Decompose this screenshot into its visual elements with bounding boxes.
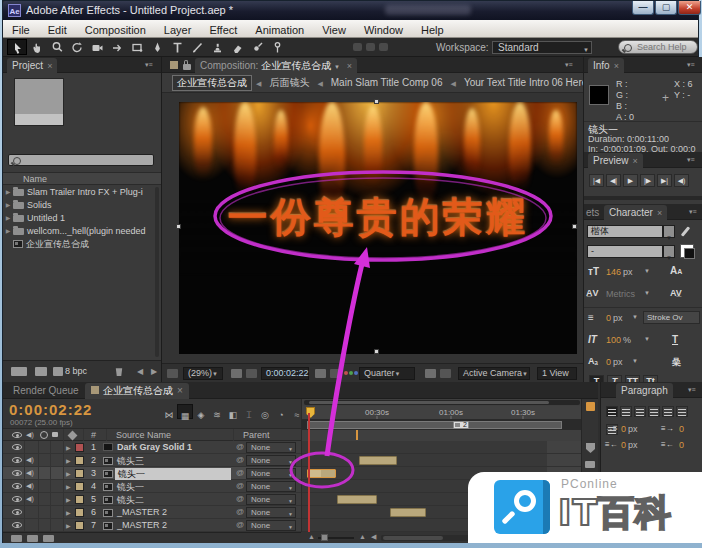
lock-icon[interactable]: [183, 64, 191, 70]
selection-handle[interactable]: [374, 349, 379, 354]
eye-icon[interactable]: [12, 509, 22, 515]
layer-name[interactable]: _MASTER 2: [117, 520, 167, 530]
faux-style-3[interactable]: Tt: [643, 375, 658, 382]
trash-icon[interactable]: [115, 367, 123, 376]
tracking-value[interactable]: Metrics: [606, 289, 635, 299]
menu-item-window[interactable]: Window: [355, 22, 412, 39]
rect-mask-tool[interactable]: [127, 39, 147, 56]
layer-name[interactable]: Dark Gray Solid 1: [117, 442, 192, 452]
tab-character[interactable]: Character×: [604, 205, 667, 220]
panel-menu-icon[interactable]: ▾≡: [688, 386, 700, 394]
comp-marker-bin-icon[interactable]: [586, 402, 595, 411]
twirl-icon[interactable]: ▶: [66, 444, 71, 451]
menu-item-edit[interactable]: Edit: [39, 22, 76, 39]
chevron-down-icon[interactable]: ▼: [632, 314, 638, 320]
cti-line[interactable]: [308, 413, 310, 532]
search-input[interactable]: [635, 41, 699, 53]
safe-margins-icon[interactable]: [246, 369, 257, 378]
selection-handle[interactable]: [374, 99, 379, 104]
current-timecode[interactable]: 0:00:02:22: [9, 401, 92, 418]
layer-name[interactable]: _MASTER 2: [117, 507, 167, 517]
timeline-tool-7[interactable]: ◔: [273, 404, 289, 419]
zoom-out-icon[interactable]: ▲: [308, 533, 315, 540]
panel-menu-icon[interactable]: ▾≡: [687, 156, 699, 164]
menu-item-view[interactable]: View: [313, 22, 355, 39]
search-help-box[interactable]: [618, 40, 698, 54]
resolution-dropdown[interactable]: Quarter▼: [359, 367, 415, 380]
col-source-name[interactable]: Source Name: [116, 430, 171, 440]
align-button-3[interactable]: [648, 406, 660, 417]
parent-pickwhip-icon[interactable]: @: [236, 494, 244, 503]
tab-render-queue[interactable]: Render Queue: [13, 385, 79, 396]
breadcrumb-item[interactable]: 后面镜头: [265, 73, 313, 92]
comp-timecode[interactable]: 0:00:02:22: [261, 367, 309, 380]
vertical-scale-value[interactable]: 100%: [606, 335, 631, 345]
chevron-down-icon[interactable]: ▼: [632, 358, 638, 364]
eye-icon[interactable]: [12, 444, 22, 450]
menu-item-composition[interactable]: Composition: [76, 22, 155, 39]
font-size-value[interactable]: 146px: [606, 267, 633, 277]
eye-icon[interactable]: [12, 457, 22, 463]
transport-button-4[interactable]: ▶|: [657, 174, 672, 187]
next-panel-icon[interactable]: ▶: [151, 367, 157, 376]
label-swatch[interactable]: [75, 495, 84, 504]
project-scrollbar[interactable]: [155, 187, 159, 357]
faux-style-1[interactable]: T: [607, 375, 622, 382]
parent-pickwhip-icon[interactable]: @: [236, 468, 244, 477]
zoom-slider-handle[interactable]: [321, 534, 328, 541]
time-ruler[interactable]: 00:30s01:00s01:30s: [302, 406, 582, 420]
layer-duration-bar[interactable]: [307, 469, 336, 478]
interpret-footage-icon[interactable]: [11, 367, 27, 376]
layer-duration-bar[interactable]: [390, 508, 426, 517]
grid-options-icon[interactable]: [167, 369, 178, 378]
eye-icon[interactable]: [12, 522, 22, 528]
transport-button-3[interactable]: |▶: [640, 174, 655, 187]
work-area-bar[interactable]: [307, 421, 562, 429]
menu-item-help[interactable]: Help: [412, 22, 453, 39]
twirl-icon[interactable]: ▶: [3, 225, 13, 238]
project-item[interactable]: ▶Untitled 1: [3, 212, 161, 225]
unified-camera-tool[interactable]: [87, 39, 107, 56]
breadcrumb-item[interactable]: Your Text Title Intro 06 Here: [460, 73, 583, 92]
type-tool[interactable]: [167, 39, 187, 56]
show-snapshot-icon[interactable]: [330, 369, 341, 378]
brush-tool[interactable]: [187, 39, 207, 56]
table-row[interactable]: ▶6_MASTER 2@None▼: [3, 506, 301, 519]
parent-dropdown[interactable]: None▼: [246, 520, 296, 531]
align-button-5[interactable]: [676, 406, 688, 417]
chevron-down-icon[interactable]: ▼: [334, 64, 340, 70]
layer-duration-bar[interactable]: [337, 495, 377, 504]
panel-menu-icon[interactable]: ▾≡: [689, 208, 701, 216]
twirl-icon[interactable]: ▶: [66, 509, 71, 516]
transport-button-0[interactable]: |◀: [589, 174, 604, 187]
name-column-header[interactable]: Name: [3, 172, 161, 185]
col-number[interactable]: #: [91, 430, 96, 440]
clone-stamp-tool[interactable]: [207, 39, 227, 56]
menu-item-layer[interactable]: Layer: [155, 22, 201, 39]
region-icon[interactable]: [425, 369, 436, 378]
comp-canvas[interactable]: 一份尊贵的荣耀: [179, 102, 577, 354]
timeline-tool-0[interactable]: ⋈: [161, 404, 177, 419]
table-row[interactable]: ▶7_MASTER 2@None▼: [3, 519, 301, 532]
parent-pickwhip-icon[interactable]: @: [236, 507, 244, 516]
parent-dropdown[interactable]: None▼: [246, 442, 296, 453]
timeline-tool-6[interactable]: ◎: [257, 404, 273, 419]
breadcrumb-item[interactable]: 企业宣传总合成: [172, 75, 252, 91]
parent-dropdown[interactable]: None▼: [246, 468, 296, 479]
menu-item-effect[interactable]: Effect: [200, 22, 246, 39]
label-swatch[interactable]: [75, 456, 84, 465]
tab-timeline-comp[interactable]: 企业宣传总合成×: [85, 383, 189, 399]
close-icon[interactable]: ×: [47, 61, 52, 71]
prev-panel-icon[interactable]: ◀: [137, 367, 143, 376]
eye-icon[interactable]: [12, 496, 22, 502]
fill-stroke-color-swatch[interactable]: [680, 244, 694, 258]
camera-view-dropdown[interactable]: Active Camera▼: [458, 367, 530, 380]
graph-editor-icon[interactable]: [27, 535, 38, 542]
panel-menu-icon[interactable]: ▾≡: [565, 61, 577, 69]
table-row[interactable]: ◀)▶3镜头一@None▼: [3, 467, 301, 480]
twirl-icon[interactable]: ▶: [66, 522, 71, 529]
project-bit-depth[interactable]: 8 bpc: [65, 366, 87, 376]
breadcrumb-item[interactable]: Main Slam Title Comp 06: [327, 73, 447, 92]
timeline-tool-4[interactable]: ◧: [225, 404, 241, 419]
speaker-icon[interactable]: ◀): [26, 469, 34, 477]
